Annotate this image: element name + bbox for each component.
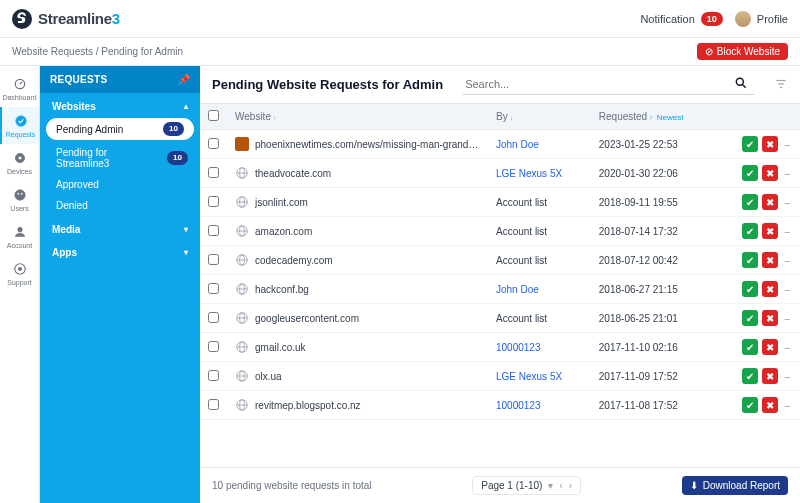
by-cell[interactable]: 10000123 [496,400,541,411]
more-icon[interactable]: – [782,284,792,295]
globe-icon [235,224,249,238]
sidebar-section-apps[interactable]: Apps▾ [40,239,200,262]
pager[interactable]: Page 1 (1-10) ▾ ‹ › [472,476,581,495]
download-report-button[interactable]: ⬇ Download Report [682,476,788,495]
sidebar-header: REQUESTS 📌 [40,66,200,93]
requested-cell: 2018-06-27 21:15 [599,284,678,295]
website-cell: hackconf.bg [255,284,309,295]
chevron-down-icon[interactable]: ▾ [548,480,553,491]
row-checkbox[interactable] [208,341,219,352]
more-icon[interactable]: – [782,168,792,179]
col-website[interactable]: Website↑ [227,104,488,130]
filter-icon[interactable] [774,77,788,93]
svg-point-7 [17,227,22,232]
breadcrumb-root[interactable]: Website Requests [12,46,93,57]
more-icon[interactable]: – [782,197,792,208]
table-row: phoenixnewtimes.com/news/missing-man-gra… [200,130,800,159]
approve-button[interactable]: ✔ [742,397,758,413]
more-icon[interactable]: – [782,342,792,353]
page-prev-icon[interactable]: ‹ [559,480,562,491]
rail-item-users[interactable]: Users [0,181,40,218]
nav-rail: DashboardRequestsDevicesUsersAccountSupp… [0,66,40,503]
badge: 10 [163,122,184,136]
sidebar-item-pending-admin[interactable]: Pending Admin10 [46,118,194,140]
more-icon[interactable]: – [782,226,792,237]
block-icon: ⊘ [705,46,713,57]
sidebar-item-approved[interactable]: Approved [40,174,200,195]
pin-icon[interactable]: 📌 [178,74,190,85]
page-next-icon[interactable]: › [569,480,572,491]
globe-icon [235,340,249,354]
approve-button[interactable]: ✔ [742,223,758,239]
deny-button[interactable]: ✖ [762,136,778,152]
by-cell[interactable]: LGE Nexus 5X [496,168,562,179]
sidebar-section-websites[interactable]: Websites▴ [40,93,200,116]
approve-button[interactable]: ✔ [742,310,758,326]
rail-item-requests[interactable]: Requests [0,107,39,144]
by-cell: Account list [496,255,547,266]
select-all-checkbox[interactable] [208,110,219,121]
by-cell[interactable]: John Doe [496,139,539,150]
rail-item-devices[interactable]: Devices [0,144,40,181]
notification-button[interactable]: Notification 10 [640,12,722,26]
by-cell[interactable]: John Doe [496,284,539,295]
sidebar-item-pending-for-streamline3[interactable]: Pending for Streamline310 [40,142,200,174]
row-checkbox[interactable] [208,312,219,323]
row-checkbox[interactable] [208,370,219,381]
deny-button[interactable]: ✖ [762,252,778,268]
rail-item-account[interactable]: Account [0,218,40,255]
col-requested[interactable]: Requested↑Newest [591,104,710,130]
website-cell: codecademy.com [255,255,333,266]
col-by[interactable]: By↓ [488,104,591,130]
rail-item-dashboard[interactable]: Dashboard [0,70,40,107]
row-checkbox[interactable] [208,254,219,265]
search-input[interactable] [463,74,754,95]
by-cell[interactable]: 10000123 [496,342,541,353]
chevron-down-icon: ▾ [184,225,188,234]
profile-button[interactable]: Profile [735,11,788,27]
row-checkbox[interactable] [208,196,219,207]
table-row: codecademy.comAccount list2018-07-12 00:… [200,246,800,275]
more-icon[interactable]: – [782,371,792,382]
more-icon[interactable]: – [782,139,792,150]
row-checkbox[interactable] [208,399,219,410]
deny-button[interactable]: ✖ [762,165,778,181]
sidebar-section-media[interactable]: Media▾ [40,216,200,239]
deny-button[interactable]: ✖ [762,281,778,297]
row-checkbox[interactable] [208,283,219,294]
row-checkbox[interactable] [208,225,219,236]
deny-button[interactable]: ✖ [762,397,778,413]
table-row: theadvocate.comLGE Nexus 5X2020-01-30 22… [200,159,800,188]
brand-mark-icon [12,9,32,29]
approve-button[interactable]: ✔ [742,281,758,297]
table-row: hackconf.bgJohn Doe2018-06-27 21:15✔✖– [200,275,800,304]
svg-point-9 [18,267,22,271]
row-checkbox[interactable] [208,167,219,178]
users-icon [12,187,28,203]
approve-button[interactable]: ✔ [742,252,758,268]
sidebar-item-denied[interactable]: Denied [40,195,200,216]
deny-button[interactable]: ✖ [762,368,778,384]
approve-button[interactable]: ✔ [742,339,758,355]
more-icon[interactable]: – [782,313,792,324]
approve-button[interactable]: ✔ [742,368,758,384]
notification-label: Notification [640,13,694,25]
deny-button[interactable]: ✖ [762,223,778,239]
requested-cell: 2018-07-12 00:42 [599,255,678,266]
row-checkbox[interactable] [208,138,219,149]
deny-button[interactable]: ✖ [762,310,778,326]
block-website-button[interactable]: ⊘ Block Website [697,43,788,60]
approve-button[interactable]: ✔ [742,136,758,152]
approve-button[interactable]: ✔ [742,165,758,181]
more-icon[interactable]: – [782,400,792,411]
support-icon [12,261,28,277]
rail-item-support[interactable]: Support [0,255,40,292]
breadcrumb-bar: Website Requests / Pending for Admin ⊘ B… [0,38,800,66]
more-icon[interactable]: – [782,255,792,266]
search-wrap [463,74,754,95]
approve-button[interactable]: ✔ [742,194,758,210]
deny-button[interactable]: ✖ [762,339,778,355]
search-icon[interactable] [734,76,748,92]
by-cell[interactable]: LGE Nexus 5X [496,371,562,382]
deny-button[interactable]: ✖ [762,194,778,210]
